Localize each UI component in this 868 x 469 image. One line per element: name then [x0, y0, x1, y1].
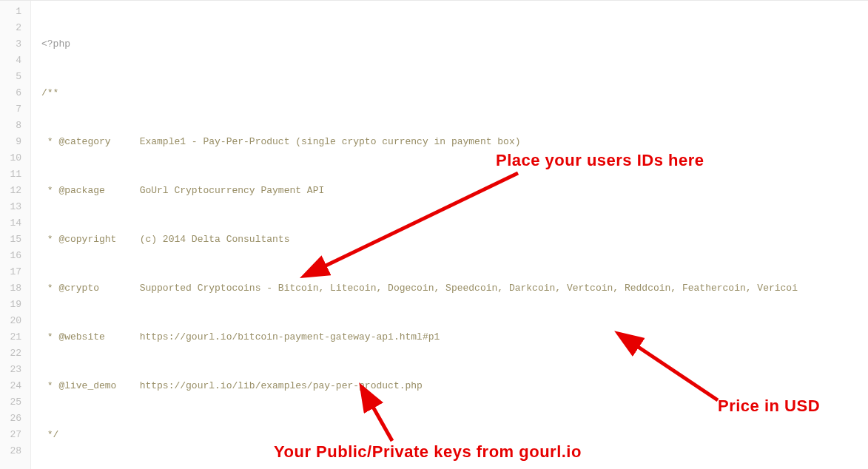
line-number: 14 [6, 215, 21, 232]
code-line[interactable]: * @copyright (c) 2014 Delta Consultants [41, 232, 862, 248]
line-number: 15 [6, 232, 21, 248]
line-number: 23 [6, 362, 21, 378]
code-content[interactable]: <?php /** * @category Example1 - Pay-Per… [31, 1, 868, 469]
line-number: 7 [6, 101, 21, 118]
line-number: 10 [6, 150, 21, 166]
code-line[interactable]: <?php [41, 36, 862, 53]
line-number: 26 [6, 411, 21, 427]
line-number: 17 [6, 264, 21, 280]
line-number: 2 [6, 20, 21, 36]
line-number: 19 [6, 297, 21, 313]
line-number: 18 [6, 280, 21, 297]
line-number: 8 [6, 118, 21, 134]
code-editor[interactable]: 1 2 3 4 5 6 7 8 9 10 11 12 13 14 15 16 1… [0, 0, 868, 469]
line-number: 13 [6, 199, 21, 215]
code-line[interactable]: * @live_demo https://gourl.io/lib/exampl… [41, 378, 862, 394]
line-number-gutter: 1 2 3 4 5 6 7 8 9 10 11 12 13 14 15 16 1… [0, 1, 31, 469]
code-line[interactable]: /** [41, 85, 862, 101]
line-number: 22 [6, 345, 21, 362]
line-number: 27 [6, 427, 21, 443]
code-line[interactable]: * @package GoUrl Cryptocurrency Payment … [41, 183, 862, 199]
code-line[interactable]: * @category Example1 - Pay-Per-Product (… [41, 134, 862, 150]
line-number: 6 [6, 85, 21, 101]
line-number: 11 [6, 166, 21, 183]
line-number: 1 [6, 4, 21, 20]
line-number: 16 [6, 248, 21, 264]
line-number: 28 [6, 443, 21, 459]
line-number: 12 [6, 183, 21, 199]
code-line[interactable]: * @website https://gourl.io/bitcoin-paym… [41, 329, 862, 345]
line-number: 5 [6, 69, 21, 85]
line-number: 3 [6, 36, 21, 53]
code-line[interactable]: */ [41, 427, 862, 443]
line-number: 4 [6, 53, 21, 69]
line-number: 25 [6, 394, 21, 411]
line-number: 20 [6, 313, 21, 329]
code-line[interactable]: * @crypto Supported Cryptocoins - Bitcoi… [41, 280, 862, 297]
line-number: 21 [6, 329, 21, 345]
line-number: 24 [6, 378, 21, 394]
line-number: 9 [6, 134, 21, 150]
